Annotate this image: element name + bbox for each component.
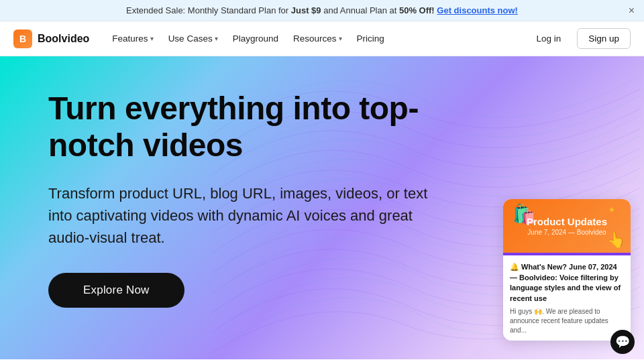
explore-now-button[interactable]: Explore Now xyxy=(48,273,184,308)
product-card-body: 🔔 What's New? June 07, 2024 — Boolvideo:… xyxy=(503,255,631,341)
product-card-header: 🛍️ Product Updates June 7, 2024 — Boolvi… xyxy=(503,199,631,253)
chevron-down-icon: ▾ xyxy=(339,35,342,42)
chevron-down-icon: ▾ xyxy=(150,35,154,42)
nav-item-resources[interactable]: Resources ▾ xyxy=(286,29,349,48)
product-card-date: June 7, 2024 — Boolvideo xyxy=(527,229,606,236)
nav-usecases-label: Use Cases xyxy=(168,34,213,44)
hero-section: Turn everything into top-notch videos Tr… xyxy=(0,56,644,359)
banner-price: Just $9 xyxy=(291,5,321,15)
banner-close-button[interactable]: × xyxy=(629,5,635,17)
hand-icon: 👆 xyxy=(607,231,625,249)
nav-playground-label: Playground xyxy=(233,34,278,44)
signup-button[interactable]: Sign up xyxy=(577,28,631,49)
nav-features-label: Features xyxy=(112,34,148,44)
login-button[interactable]: Log in xyxy=(525,29,572,48)
nav-pricing-label: Pricing xyxy=(357,34,384,44)
banner-text-prefix: Extended Sale: Monthly Standard Plan for xyxy=(126,5,291,15)
nav-items: Features ▾ Use Cases ▾ Playground Resour… xyxy=(105,29,520,48)
nav-item-usecases[interactable]: Use Cases ▾ xyxy=(162,29,225,48)
banner-discount: 50% Off! xyxy=(399,5,435,15)
product-update-card[interactable]: 🛍️ Product Updates June 7, 2024 — Boolvi… xyxy=(503,199,631,341)
promo-banner: Extended Sale: Monthly Standard Plan for… xyxy=(0,0,644,21)
hero-content: Turn everything into top-notch videos Tr… xyxy=(48,90,504,308)
nav-resources-label: Resources xyxy=(293,34,337,44)
chat-bubble-button[interactable]: 💬 xyxy=(610,330,635,354)
product-card-headline: 🔔 What's New? June 07, 2024 — Boolvideo:… xyxy=(510,262,624,304)
banner-cta-link[interactable]: Get discounts now! xyxy=(437,5,518,15)
logo-icon: B xyxy=(13,29,32,48)
chevron-down-icon: ▾ xyxy=(215,35,218,42)
nav-right: Log in Sign up xyxy=(525,28,631,49)
navbar: B Boolvideo Features ▾ Use Cases ▾ Playg… xyxy=(0,21,644,56)
product-card-text: Hi guys 🙌. We are pleased to announce re… xyxy=(510,307,624,335)
hero-title: Turn everything into top-notch videos xyxy=(48,90,504,164)
nav-item-playground[interactable]: Playground xyxy=(226,29,285,48)
logo-area[interactable]: B Boolvideo xyxy=(13,29,89,48)
product-card-title: Product Updates xyxy=(527,216,607,227)
hero-subtitle: Transform product URL, blog URL, images,… xyxy=(48,182,437,249)
star-icon: ✦ xyxy=(608,204,616,215)
banner-text-middle: and Annual Plan at xyxy=(323,5,399,15)
nav-item-features[interactable]: Features ▾ xyxy=(105,29,160,48)
nav-item-pricing[interactable]: Pricing xyxy=(350,29,391,48)
logo-text: Boolvideo xyxy=(38,33,89,45)
chat-icon: 💬 xyxy=(615,335,630,349)
